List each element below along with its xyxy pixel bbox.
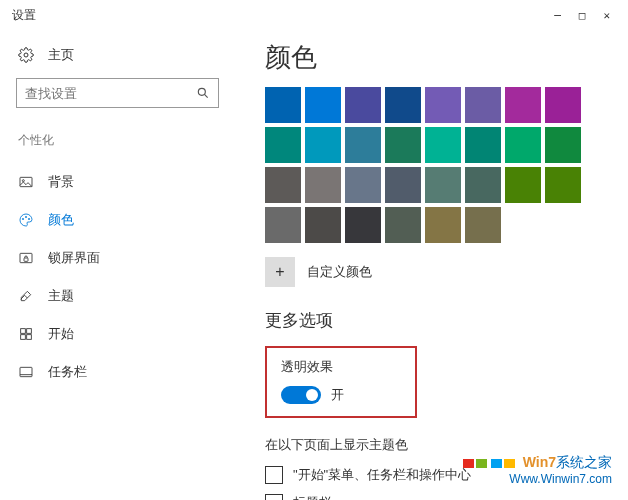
color-swatch[interactable]: [425, 167, 461, 203]
accent-check-start[interactable]: "开始"菜单、任务栏和操作中心: [265, 466, 608, 484]
color-swatch[interactable]: [345, 167, 381, 203]
color-swatch[interactable]: [465, 207, 501, 243]
svg-point-1: [198, 88, 205, 95]
taskbar-icon: [18, 364, 34, 380]
color-swatch[interactable]: [305, 87, 341, 123]
accent-check-label: "开始"菜单、任务栏和操作中心: [293, 466, 471, 484]
color-swatch[interactable]: [505, 127, 541, 163]
color-swatch[interactable]: [265, 167, 301, 203]
start-icon: [18, 326, 34, 342]
color-swatch[interactable]: [345, 207, 381, 243]
sidebar-item-label: 开始: [48, 325, 74, 343]
gear-icon: [18, 47, 34, 63]
svg-point-0: [24, 53, 28, 57]
svg-point-7: [28, 218, 29, 219]
color-swatch[interactable]: [385, 167, 421, 203]
color-swatch[interactable]: [545, 87, 581, 123]
checkbox-icon: [265, 494, 283, 500]
palette-icon: [18, 212, 34, 228]
transparency-highlight: 透明效果 开: [265, 346, 417, 418]
color-swatch[interactable]: [265, 207, 301, 243]
titlebar: 设置 ─ □ ✕: [0, 0, 628, 30]
color-swatch[interactable]: [265, 87, 301, 123]
main-content: 颜色 + 自定义颜色 更多选项 透明效果 开 在以下页面上显示主题色 "开始"菜…: [235, 30, 628, 500]
color-swatch[interactable]: [425, 207, 461, 243]
accent-check-label: 标题栏: [293, 494, 332, 500]
svg-rect-11: [27, 329, 32, 334]
svg-rect-13: [27, 335, 32, 340]
page-title: 颜色: [265, 40, 608, 75]
sidebar-item-label: 背景: [48, 173, 74, 191]
transparency-state: 开: [331, 386, 344, 404]
transparency-label: 透明效果: [281, 358, 401, 376]
color-swatch[interactable]: [385, 127, 421, 163]
color-swatch[interactable]: [305, 167, 341, 203]
lockscreen-icon: [18, 250, 34, 266]
sidebar-item-themes[interactable]: 主题: [16, 277, 219, 315]
color-swatches: [265, 87, 608, 243]
more-options-title: 更多选项: [265, 309, 608, 332]
transparency-toggle[interactable]: [281, 386, 321, 404]
color-swatch[interactable]: [545, 127, 581, 163]
svg-point-5: [22, 218, 23, 219]
color-swatch[interactable]: [345, 87, 381, 123]
home-label: 主页: [48, 46, 74, 64]
color-swatch[interactable]: [465, 87, 501, 123]
color-swatch[interactable]: [385, 87, 421, 123]
sidebar-item-label: 颜色: [48, 211, 74, 229]
color-swatch[interactable]: [385, 207, 421, 243]
custom-color-button[interactable]: + 自定义颜色: [265, 257, 372, 287]
sidebar-item-label: 任务栏: [48, 363, 87, 381]
sidebar-item-start[interactable]: 开始: [16, 315, 219, 353]
search-input[interactable]: [25, 86, 196, 101]
color-swatch[interactable]: [265, 127, 301, 163]
color-swatch[interactable]: [505, 87, 541, 123]
color-swatch[interactable]: [425, 87, 461, 123]
svg-point-6: [25, 216, 26, 217]
window-controls: ─ □ ✕: [554, 9, 610, 22]
color-swatch[interactable]: [465, 127, 501, 163]
maximize-button[interactable]: □: [579, 9, 586, 22]
home-nav[interactable]: 主页: [16, 40, 219, 78]
color-swatch[interactable]: [345, 127, 381, 163]
accent-check-titlebar[interactable]: 标题栏: [265, 494, 608, 500]
themes-icon: [18, 288, 34, 304]
svg-rect-10: [21, 329, 26, 334]
color-swatch[interactable]: [425, 127, 461, 163]
checkbox-icon: [265, 466, 283, 484]
sidebar-category: 个性化: [16, 132, 219, 149]
window-title: 设置: [8, 7, 554, 24]
sidebar-item-label: 锁屏界面: [48, 249, 100, 267]
svg-rect-14: [20, 367, 32, 376]
content-container: 主页 个性化 背景 颜色 锁屏界面 主题 开始 任务栏: [0, 30, 628, 500]
color-swatch[interactable]: [545, 167, 581, 203]
svg-line-2: [204, 94, 207, 97]
svg-rect-9: [24, 258, 28, 261]
sidebar: 主页 个性化 背景 颜色 锁屏界面 主题 开始 任务栏: [0, 30, 235, 500]
color-swatch[interactable]: [465, 167, 501, 203]
close-button[interactable]: ✕: [603, 9, 610, 22]
plus-icon: +: [265, 257, 295, 287]
show-accent-title: 在以下页面上显示主题色: [265, 436, 608, 454]
svg-point-4: [22, 180, 24, 182]
sidebar-item-colors[interactable]: 颜色: [16, 201, 219, 239]
sidebar-item-lockscreen[interactable]: 锁屏界面: [16, 239, 219, 277]
color-swatch[interactable]: [305, 207, 341, 243]
sidebar-item-background[interactable]: 背景: [16, 163, 219, 201]
search-icon: [196, 86, 210, 100]
custom-color-label: 自定义颜色: [307, 263, 372, 281]
search-box[interactable]: [16, 78, 219, 108]
picture-icon: [18, 174, 34, 190]
color-swatch[interactable]: [305, 127, 341, 163]
svg-rect-12: [21, 335, 26, 340]
color-swatch[interactable]: [505, 167, 541, 203]
minimize-button[interactable]: ─: [554, 9, 561, 22]
sidebar-item-label: 主题: [48, 287, 74, 305]
sidebar-item-taskbar[interactable]: 任务栏: [16, 353, 219, 391]
